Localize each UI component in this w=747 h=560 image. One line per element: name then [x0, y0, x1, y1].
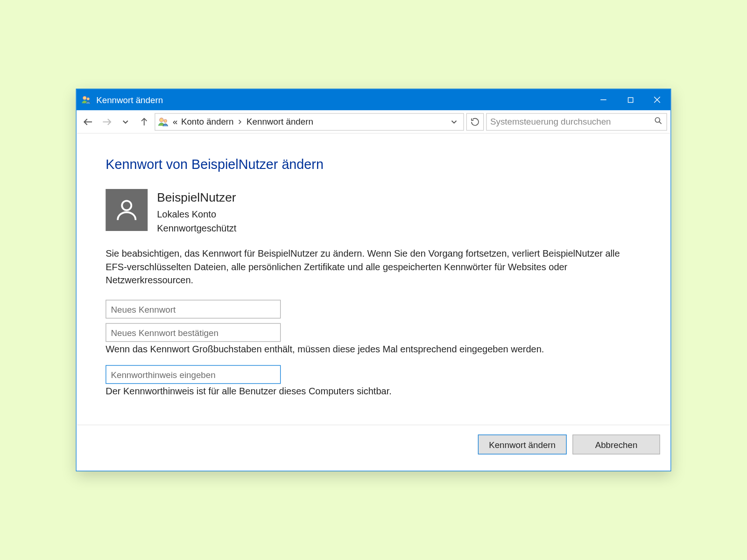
hint-note: Der Kennworthinweis ist für alle Benutze…	[106, 386, 641, 397]
new-password-field[interactable]	[106, 300, 281, 319]
caps-note: Wenn das Kennwort Großbuchstaben enthält…	[106, 344, 641, 355]
recent-dropdown[interactable]	[117, 113, 134, 130]
svg-line-12	[659, 122, 662, 124]
footer: Kennwort ändern Abbrechen	[77, 425, 671, 471]
svg-rect-3	[628, 97, 633, 102]
titlebar: Kennwort ändern	[77, 89, 671, 110]
forward-button[interactable]	[99, 113, 115, 130]
svg-point-0	[83, 96, 87, 100]
user-summary: BeispielNutzer Lokales Konto Kennwortges…	[106, 189, 641, 235]
svg-point-9	[160, 118, 163, 121]
search-box[interactable]	[486, 113, 667, 131]
change-password-button[interactable]: Kennwort ändern	[478, 434, 566, 455]
svg-point-11	[655, 118, 660, 122]
search-input[interactable]	[490, 117, 654, 126]
warning-text: Sie beabsichtigen, das Kennwort für Beis…	[106, 246, 641, 287]
user-accounts-icon	[158, 116, 169, 127]
svg-point-10	[164, 119, 167, 122]
user-name: BeispielNutzer	[157, 189, 236, 207]
window-title: Kennwort ändern	[96, 95, 163, 105]
app-icon	[81, 94, 92, 105]
password-hint-field[interactable]	[106, 365, 281, 384]
cancel-button[interactable]: Abbrechen	[572, 434, 660, 455]
refresh-button[interactable]	[466, 113, 484, 131]
minimize-button[interactable]	[590, 89, 617, 110]
confirm-password-field[interactable]	[106, 323, 281, 342]
search-icon	[654, 116, 663, 127]
up-button[interactable]	[136, 113, 152, 130]
page-heading: Kennwort von BeispielNutzer ändern	[106, 157, 641, 173]
breadcrumb-prefix: «	[173, 117, 177, 126]
svg-point-1	[87, 98, 90, 100]
toolbar: « Konto ändern Kennwort ändern	[77, 110, 671, 133]
breadcrumb-item[interactable]: Kennwort ändern	[247, 117, 313, 126]
maximize-button[interactable]	[617, 89, 644, 110]
breadcrumb-item[interactable]: Konto ändern	[181, 117, 234, 126]
back-button[interactable]	[80, 113, 96, 130]
avatar	[106, 189, 148, 231]
content-area: Kennwort von BeispielNutzer ändern Beisp…	[77, 133, 671, 425]
account-type: Lokales Konto	[157, 208, 236, 221]
user-info: BeispielNutzer Lokales Konto Kennwortges…	[157, 189, 236, 235]
account-status: Kennwortgeschützt	[157, 221, 236, 235]
address-bar[interactable]: « Konto ändern Kennwort ändern	[155, 113, 464, 131]
chevron-right-icon	[237, 117, 243, 126]
window: Kennwort ändern	[76, 89, 671, 471]
close-button[interactable]	[644, 89, 671, 110]
address-dropdown[interactable]	[447, 114, 461, 128]
svg-point-13	[122, 201, 131, 210]
